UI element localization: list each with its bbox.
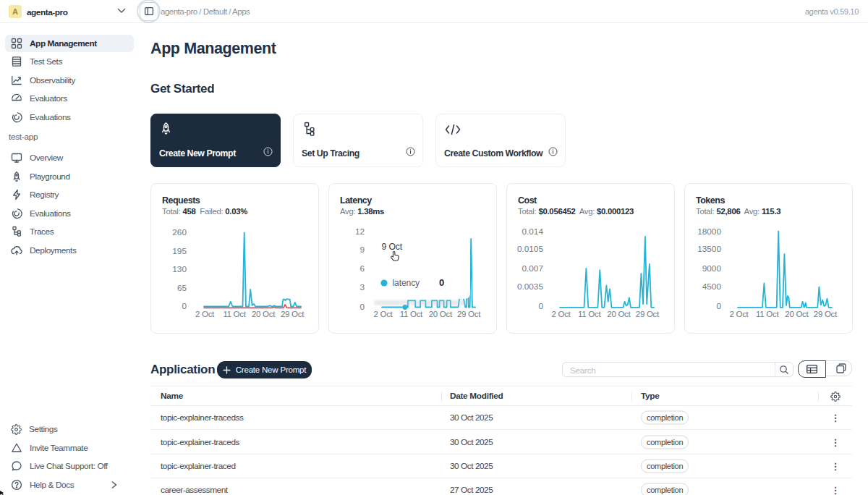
svg-text:0: 0: [439, 277, 444, 288]
svg-text:65: 65: [177, 283, 187, 293]
svg-text:latency: latency: [393, 278, 421, 288]
svg-text:11 Oct: 11 Oct: [223, 310, 246, 318]
svg-text:0: 0: [716, 301, 721, 311]
svg-text:20 Oct: 20 Oct: [429, 310, 453, 318]
svg-text:0.007: 0.007: [522, 263, 543, 274]
svg-text:6: 6: [359, 263, 365, 274]
svg-text:11 Oct: 11 Oct: [400, 310, 423, 318]
svg-text:0: 0: [182, 301, 187, 311]
svg-text:0: 0: [538, 301, 543, 311]
svg-text:0.0035: 0.0035: [517, 282, 544, 292]
svg-text:130: 130: [172, 264, 187, 274]
svg-text:3: 3: [359, 282, 365, 292]
svg-text:9 Oct: 9 Oct: [382, 242, 403, 252]
svg-text:0: 0: [359, 302, 365, 312]
svg-text:29 Oct: 29 Oct: [281, 310, 305, 318]
svg-text:4500: 4500: [702, 282, 722, 292]
svg-text:0.014: 0.014: [522, 227, 543, 237]
svg-text:2 Oct: 2 Oct: [374, 310, 393, 318]
svg-text:9000: 9000: [702, 263, 722, 274]
svg-text:260: 260: [172, 227, 187, 237]
svg-text:29 Oct: 29 Oct: [636, 310, 660, 318]
svg-text:29 Oct: 29 Oct: [457, 310, 481, 318]
svg-text:2 Oct: 2 Oct: [195, 310, 215, 318]
svg-text:20 Oct: 20 Oct: [607, 310, 631, 318]
svg-text:0.0105: 0.0105: [517, 244, 544, 254]
svg-text:12: 12: [355, 227, 365, 237]
svg-text:11 Oct: 11 Oct: [756, 310, 779, 318]
svg-text:29 Oct: 29 Oct: [814, 310, 838, 318]
svg-text:9: 9: [359, 245, 365, 255]
svg-text:18000: 18000: [697, 227, 721, 237]
svg-text:2 Oct: 2 Oct: [552, 310, 571, 318]
svg-text:20 Oct: 20 Oct: [785, 310, 809, 318]
svg-text:195: 195: [172, 246, 187, 256]
svg-text:11 Oct: 11 Oct: [578, 310, 601, 318]
svg-text:2 Oct: 2 Oct: [730, 310, 749, 318]
svg-text:13500: 13500: [697, 244, 721, 254]
svg-text:20 Oct: 20 Oct: [252, 310, 276, 318]
